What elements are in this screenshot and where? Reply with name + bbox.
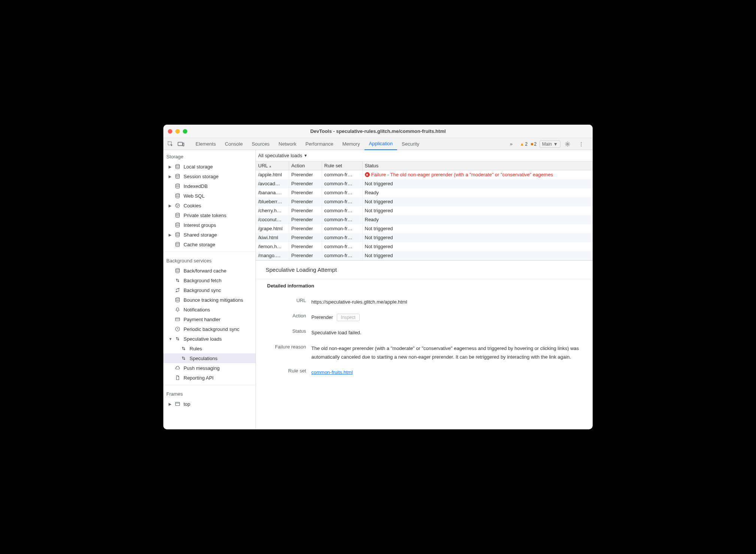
table-row[interactable]: /lemon.h…Prerendercommon-fr…Not triggere…: [256, 242, 593, 251]
panel-tab-console[interactable]: Console: [220, 138, 247, 150]
table-row[interactable]: /apple.htmlPrerendercommon-fr…✕Failure -…: [256, 170, 593, 179]
maximize-window-button[interactable]: [183, 129, 187, 134]
svg-point-14: [176, 232, 179, 234]
sidebar-item-back-forward-cache[interactable]: Back/forward cache: [163, 266, 255, 276]
table-row[interactable]: /cherry.h…Prerendercommon-fr…Not trigger…: [256, 206, 593, 215]
details-title: Speculative Loading Attempt: [256, 261, 593, 279]
minimize-window-button[interactable]: [175, 129, 180, 134]
detail-ruleset-link[interactable]: common-fruits.html: [311, 369, 353, 375]
device-toolbar-icon[interactable]: [177, 140, 185, 148]
sidebar-item-speculative-loads[interactable]: ▼Speculative loads: [163, 334, 255, 344]
sidebar-item-local-storage[interactable]: ▶Local storage: [163, 162, 255, 171]
sidebar-item-push-messaging[interactable]: Push messaging: [163, 363, 255, 373]
panel-tab-network[interactable]: Network: [274, 138, 301, 150]
inspect-button[interactable]: Inspect: [337, 314, 360, 321]
sidebar-item-label: Background sync: [184, 287, 221, 293]
database-icon: [175, 222, 181, 228]
column-action[interactable]: Action: [289, 161, 322, 170]
panel-tab-elements[interactable]: Elements: [191, 138, 220, 150]
details-pane: Speculative Loading Attempt Detailed inf…: [256, 260, 593, 430]
application-sidebar[interactable]: Storage ▶Local storage▶Session storageIn…: [163, 150, 256, 429]
panel-tab-memory[interactable]: Memory: [338, 138, 365, 150]
database-icon: [175, 268, 181, 274]
sidebar-item-label: Rules: [190, 346, 202, 351]
frame-icon: [175, 401, 181, 407]
updown-icon: [175, 277, 181, 283]
panel-tab-application[interactable]: Application: [365, 138, 397, 150]
panel-tab-security[interactable]: Security: [397, 138, 424, 150]
table-row[interactable]: /grape.htmlPrerendercommon-fr…Not trigge…: [256, 224, 593, 233]
cell-url: /cherry.h…: [256, 206, 289, 215]
svg-point-5: [176, 174, 179, 176]
sidebar-item-rules[interactable]: Rules: [163, 344, 255, 353]
table-row[interactable]: /coconut…Prerendercommon-fr…Ready: [256, 215, 593, 224]
database-icon: [175, 173, 181, 179]
svg-point-11: [177, 206, 177, 206]
table-row[interactable]: /blueberr…Prerendercommon-fr…Not trigger…: [256, 197, 593, 206]
sidebar-item-label: Payment handler: [184, 317, 220, 322]
sidebar-item-background-fetch[interactable]: Background fetch: [163, 276, 255, 285]
sidebar-item-indexeddb[interactable]: IndexedDB: [163, 181, 255, 191]
sidebar-item-cache-storage[interactable]: Cache storage: [163, 240, 255, 249]
cell-action: Prerender: [289, 242, 322, 251]
sidebar-item-background-sync[interactable]: Background sync: [163, 285, 255, 295]
sidebar-item-notifications[interactable]: Notifications: [163, 305, 255, 314]
database-icon: [175, 297, 181, 303]
cell-action: Prerender: [289, 170, 322, 179]
tree-caret-icon: ▶: [169, 204, 172, 208]
sidebar-item-label: Interest groups: [184, 222, 216, 228]
sidebar-item-shared-storage[interactable]: ▶Shared storage: [163, 230, 255, 240]
settings-gear-icon[interactable]: [563, 140, 572, 148]
svg-rect-2: [183, 143, 184, 146]
table-row[interactable]: /mango.…Prerendercommon-fr…Not triggered: [256, 251, 593, 260]
tree-caret-icon: ▶: [169, 165, 172, 169]
column-status[interactable]: Status: [362, 161, 593, 170]
cell-action: Prerender: [289, 179, 322, 188]
column-url[interactable]: URL▲: [256, 161, 289, 170]
toolbar-right: ▲ 2 ■ 2 Main ▼ ⋮: [518, 140, 590, 148]
panel-tab-performance[interactable]: Performance: [301, 138, 338, 150]
column-rule[interactable]: Rule set: [322, 161, 362, 170]
status-text: Failure - The old non-eager prerender (w…: [371, 172, 553, 177]
speculations-table[interactable]: URL▲ Action Rule set Status /apple.htmlP…: [256, 161, 593, 260]
cell-url: /kiwi.html: [256, 233, 289, 242]
bell-icon: [175, 307, 181, 313]
cell-rule: common-fr…: [322, 188, 362, 197]
overflow-tabs-icon[interactable]: »: [507, 140, 515, 148]
sidebar-item-reporting-api[interactable]: Reporting API: [163, 373, 255, 383]
table-row[interactable]: /banana.…Prerendercommon-fr…Ready: [256, 188, 593, 197]
target-picker[interactable]: Main ▼: [539, 140, 560, 148]
close-window-button[interactable]: [168, 129, 172, 134]
more-menu-icon[interactable]: ⋮: [577, 140, 585, 148]
cell-rule: common-fr…: [322, 206, 362, 215]
sidebar-item-cookies[interactable]: ▶Cookies: [163, 201, 255, 210]
sidebar-section-bg: Background services: [163, 254, 255, 266]
sidebar-item-web-sql[interactable]: Web SQL: [163, 191, 255, 201]
sidebar-item-label: Notifications: [184, 307, 210, 313]
panel-tab-sources[interactable]: Sources: [247, 138, 274, 150]
filter-row: All speculative loads ▼: [256, 150, 593, 161]
cell-status: Not triggered: [362, 251, 593, 260]
sidebar-item-session-storage[interactable]: ▶Session storage: [163, 171, 255, 181]
sidebar-item-periodic-background-sync[interactable]: Periodic background sync: [163, 324, 255, 334]
sidebar-item-private-state-tokens[interactable]: Private state tokens: [163, 210, 255, 220]
sidebar-item-interest-groups[interactable]: Interest groups: [163, 220, 255, 230]
warnings-badge[interactable]: ▲ 2: [520, 141, 528, 147]
table-row[interactable]: /avocad…Prerendercommon-fr…Not triggered: [256, 179, 593, 188]
target-picker-label: Main: [542, 141, 552, 147]
sidebar-item-speculations[interactable]: Speculations: [163, 353, 255, 363]
table-row[interactable]: /kiwi.htmlPrerendercommon-fr…Not trigger…: [256, 233, 593, 242]
cell-rule: common-fr…: [322, 170, 362, 179]
filter-dropdown[interactable]: All speculative loads ▼: [258, 153, 308, 158]
error-circle-icon: ✕: [365, 172, 370, 177]
sidebar-item-bounce-tracking-mitigations[interactable]: Bounce tracking mitigations: [163, 295, 255, 305]
cell-rule: common-fr…: [322, 251, 362, 260]
errors-badge[interactable]: ■ 2: [530, 141, 536, 147]
sidebar-item-payment-handler[interactable]: Payment handler: [163, 314, 255, 324]
sidebar-item-top[interactable]: ▶top: [163, 399, 255, 409]
details-section-title: Detailed information: [256, 279, 593, 292]
card-icon: [175, 316, 181, 322]
sidebar-item-label: Periodic background sync: [184, 326, 239, 332]
sidebar-item-label: Speculations: [190, 356, 217, 361]
inspect-element-icon[interactable]: [166, 140, 175, 148]
